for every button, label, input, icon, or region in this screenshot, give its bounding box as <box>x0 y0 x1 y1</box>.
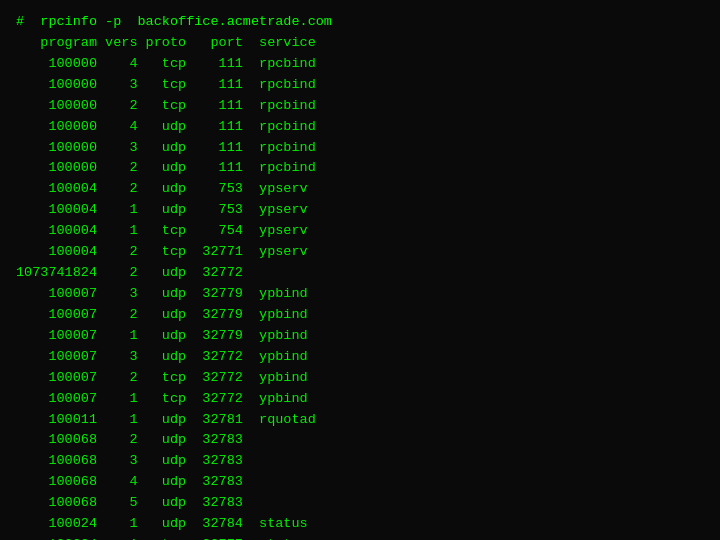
terminal-line: 100000 4 udp 111 rpcbind <box>16 117 704 138</box>
terminal-line: program vers proto port service <box>16 33 704 54</box>
terminal-line: 100024 1 tcp 32777 status <box>16 535 704 540</box>
terminal-line: 100007 3 udp 32772 ypbind <box>16 347 704 368</box>
terminal-line: 100068 3 udp 32783 <box>16 451 704 472</box>
terminal-line: 1073741824 2 udp 32772 <box>16 263 704 284</box>
terminal-line: 100007 3 udp 32779 ypbind <box>16 284 704 305</box>
terminal-line: 100000 3 udp 111 rpcbind <box>16 138 704 159</box>
terminal-line: 100007 1 tcp 32772 ypbind <box>16 389 704 410</box>
terminal-line: 100004 1 udp 753 ypserv <box>16 200 704 221</box>
terminal-line: 100068 2 udp 32783 <box>16 430 704 451</box>
terminal-line: # rpcinfo -p backoffice.acmetrade.com <box>16 12 704 33</box>
terminal-line: 100000 2 tcp 111 rpcbind <box>16 96 704 117</box>
terminal-line: 100068 5 udp 32783 <box>16 493 704 514</box>
terminal-line: 100000 3 tcp 111 rpcbind <box>16 75 704 96</box>
terminal-container: # rpcinfo -p backoffice.acmetrade.com pr… <box>16 12 704 540</box>
terminal-line: 100011 1 udp 32781 rquotad <box>16 410 704 431</box>
terminal-line: 100068 4 udp 32783 <box>16 472 704 493</box>
terminal-line: 100007 2 udp 32779 ypbind <box>16 305 704 326</box>
terminal-line: 100024 1 udp 32784 status <box>16 514 704 535</box>
terminal-line: 100000 4 tcp 111 rpcbind <box>16 54 704 75</box>
terminal-line: 100004 2 udp 753 ypserv <box>16 179 704 200</box>
terminal-line: 100000 2 udp 111 rpcbind <box>16 158 704 179</box>
terminal-line: 100007 2 tcp 32772 ypbind <box>16 368 704 389</box>
terminal-line: 100004 1 tcp 754 ypserv <box>16 221 704 242</box>
terminal-line: 100004 2 tcp 32771 ypserv <box>16 242 704 263</box>
terminal-line: 100007 1 udp 32779 ypbind <box>16 326 704 347</box>
